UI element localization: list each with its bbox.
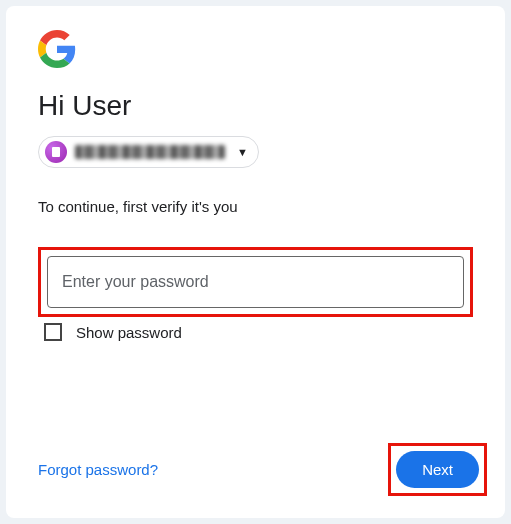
show-password-label: Show password <box>76 324 182 341</box>
forgot-password-link[interactable]: Forgot password? <box>38 461 158 478</box>
show-password-checkbox[interactable] <box>44 323 62 341</box>
page-title: Hi User <box>38 90 473 122</box>
password-highlight-box <box>38 247 473 317</box>
chevron-down-icon: ▼ <box>237 146 248 158</box>
account-email-obscured <box>75 145 225 159</box>
next-button[interactable]: Next <box>396 451 479 488</box>
google-logo-icon <box>38 30 473 72</box>
avatar <box>45 141 67 163</box>
verify-subtext: To continue, first verify it's you <box>38 198 473 215</box>
password-input[interactable] <box>47 256 464 308</box>
signin-card: Hi User ▼ To continue, first verify it's… <box>6 6 505 518</box>
show-password-row: Show password <box>44 323 473 341</box>
footer-row: Forgot password? Next <box>38 443 487 496</box>
account-selector[interactable]: ▼ <box>38 136 259 168</box>
next-highlight-box: Next <box>388 443 487 496</box>
